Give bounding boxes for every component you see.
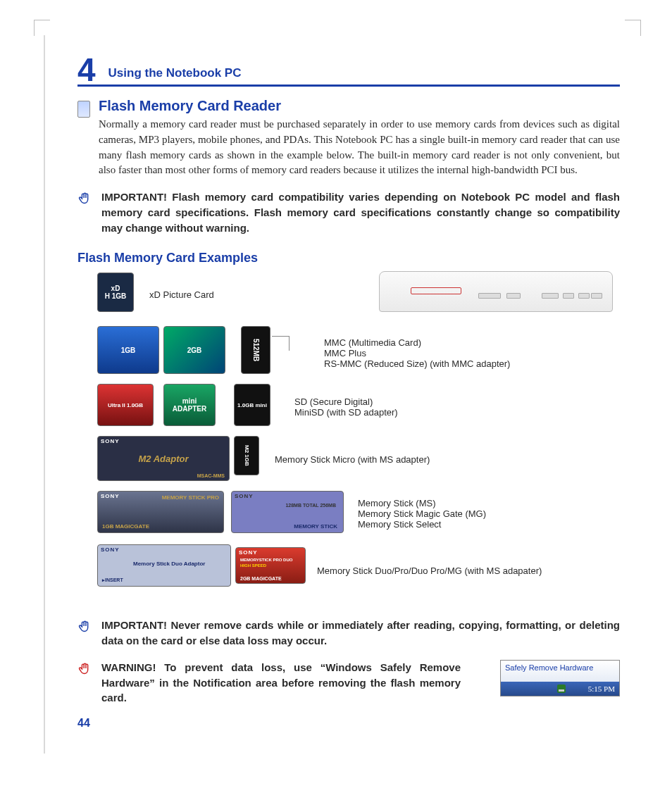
sd-card: Ultra II 1.0GB: [97, 384, 154, 426]
chapter-number: 4: [77, 54, 96, 86]
minisd-adapter: miniADAPTER: [163, 384, 216, 426]
xd-card: xDH 1GB: [97, 273, 134, 312]
xd-label: xD Picture Card: [149, 289, 214, 300]
hand-icon: [77, 619, 93, 635]
crop-mark-tl: [34, 20, 50, 36]
ms-pro-duo: SONY MEMORYSTICK PRO DUO HIGH SPEED 2GB …: [235, 547, 306, 584]
section-body: Normally a memory card reader must be pu…: [99, 117, 620, 178]
page-number: 44: [77, 717, 90, 730]
m2-adaptor: SONY M2 Adaptor MSAC-MMS: [97, 436, 230, 481]
minisd-card: 1.0GB mini: [234, 384, 270, 426]
binder-spine: [44, 35, 45, 754]
tray-tooltip: Safely Remove Hardware: [501, 661, 619, 682]
safely-remove-icon: [557, 685, 566, 693]
ms-label: Memory Stick (MS) Memory Stick Magic Gat…: [358, 498, 486, 530]
memory-stick-pro: SONY MEMORY STICK PRO 1GB MAGICGATE: [97, 491, 224, 533]
laptop-side-illustration: [379, 271, 613, 312]
memory-stick: SONY 128MB TOTAL 256MB MEMORY STICK: [231, 491, 344, 533]
m2-label: Memory Stick Micro (with MS adapter): [275, 454, 430, 465]
sd-label: SD (Secure Digital) MiniSD (with SD adap…: [294, 396, 398, 418]
chapter-header: 4 Using the Notebook PC: [77, 51, 620, 87]
important-note-1: IMPORTANT! Flash memory card compatibili…: [101, 189, 620, 235]
safely-remove-hardware-tray: Safely Remove Hardware 5:15 PM: [500, 660, 620, 696]
rs-mmc-card: 512MB: [241, 326, 270, 374]
mmc-card: 1GB: [97, 326, 159, 374]
warning-text: WARNING! To prevent data loss, use “Wind…: [101, 660, 461, 706]
msduo-label: Memory Stick Duo/Pro/Duo Pro/MG (with MS…: [317, 565, 542, 576]
important-note-2: IMPORTANT! Never remove cards while or i…: [101, 618, 620, 649]
section-title: Flash Memory Card Reader: [99, 98, 620, 114]
ms-duo-adaptor: SONY Memory Stick Duo Adaptor ▸INSERT: [97, 544, 231, 587]
warning-hand-icon: [77, 661, 93, 677]
mmc-label: MMC (Multimedia Card) MMC Plus RS-MMC (R…: [324, 337, 510, 369]
hand-icon: [77, 191, 93, 206]
card-slot-highlight: [411, 287, 461, 294]
crop-mark-tr: [625, 20, 641, 36]
chapter-title: Using the Notebook PC: [108, 67, 242, 83]
tray-clock: 5:15 PM: [588, 685, 615, 693]
card-reader-icon: [77, 101, 90, 118]
examples-heading: Flash Memory Card Examples: [77, 251, 620, 265]
m2-card: M2 1GB: [234, 436, 259, 475]
mmc-plus-card: 2GB: [163, 326, 225, 374]
card-examples-figure: xDH 1GB xD Picture Card 1GB 2GB 512MB MM…: [97, 271, 620, 606]
